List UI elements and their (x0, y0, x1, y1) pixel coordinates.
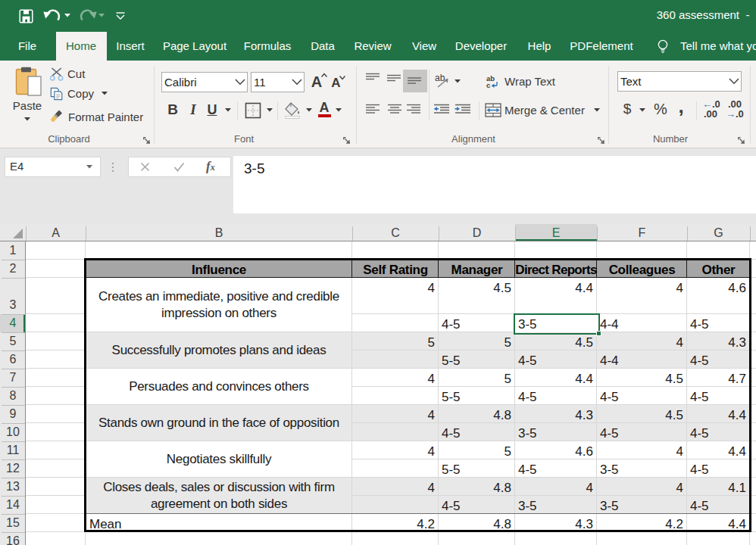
svg-text:c: c (486, 81, 490, 89)
